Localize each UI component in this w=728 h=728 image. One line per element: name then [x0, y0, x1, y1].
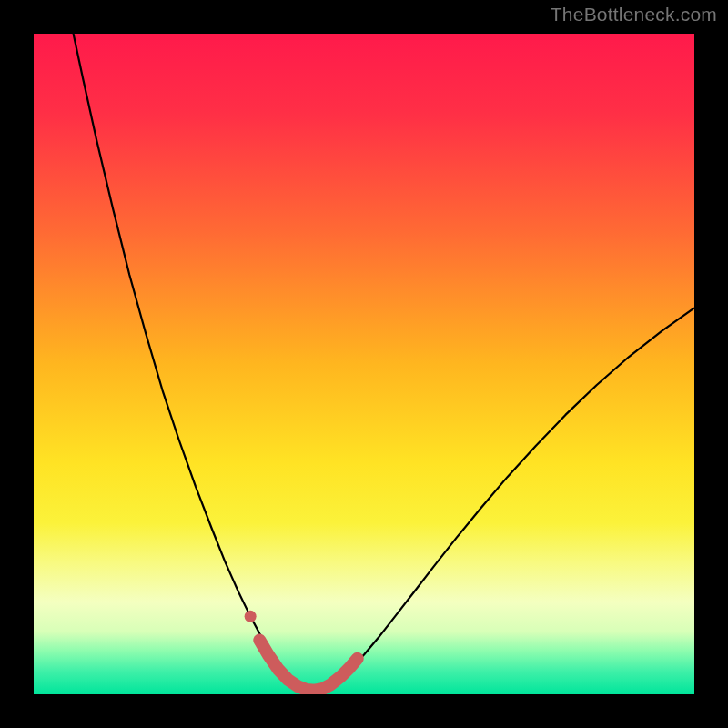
plot-area [34, 34, 694, 694]
marker-group [245, 611, 257, 622]
highlight-dot [245, 611, 257, 622]
chart-frame: TheBottleneck.com [0, 0, 728, 728]
gradient-background [34, 34, 694, 694]
watermark-text: TheBottleneck.com [551, 4, 717, 25]
chart-svg [34, 34, 694, 694]
